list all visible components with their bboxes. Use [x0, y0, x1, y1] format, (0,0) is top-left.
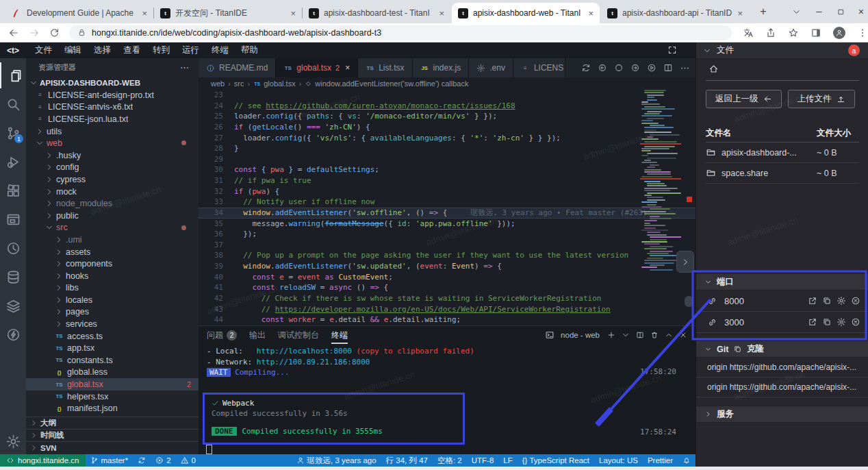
editor-tab[interactable]: TSglobal.tsx2× — [276, 58, 358, 77]
panel-tab[interactable]: 调试控制台 — [278, 326, 319, 344]
extensions-activity-item[interactable] — [0, 177, 26, 203]
tree-item[interactable]: src — [26, 222, 199, 234]
status-item[interactable]: Layout: US — [594, 456, 643, 465]
breadcrumb-item[interactable]: web — [211, 79, 225, 88]
status-item[interactable]: LF — [498, 456, 517, 465]
git-clone-label[interactable]: 克隆 — [747, 343, 764, 355]
nav-back-icon[interactable] — [598, 63, 607, 73]
tree-item[interactable]: services — [26, 318, 199, 330]
tree-item[interactable]: TSaccess.ts — [26, 330, 199, 343]
back-icon[interactable] — [8, 27, 19, 38]
more-actions-icon[interactable]: ⋯ — [180, 62, 189, 73]
external-link-icon[interactable] — [808, 296, 817, 306]
status-item[interactable]: 琚致远, 3 years ago — [292, 456, 381, 466]
run-circle-icon[interactable] — [647, 63, 656, 73]
copy-icon[interactable] — [822, 317, 832, 327]
tree-item[interactable]: config — [26, 162, 199, 174]
sidebar-section-1[interactable]: 大纲 — [26, 417, 199, 429]
nav-circle-icon[interactable] — [614, 63, 624, 73]
add-icon[interactable] — [607, 331, 615, 339]
browser-tab[interactable]: tapisix-dashboard-web - TitanI× — [452, 3, 600, 23]
nav-forward-icon[interactable] — [630, 63, 640, 73]
translate-icon[interactable] — [743, 27, 754, 38]
breadcrumb-item[interactable]: window.addEventListener('sw.offline') ca… — [305, 79, 468, 88]
history-activity-item[interactable] — [0, 235, 26, 261]
status-item[interactable]: 2 — [151, 456, 175, 465]
browser-tab[interactable]: Development Guide | Apache× — [5, 3, 153, 23]
tree-item[interactable]: TShelpers.tsx — [26, 391, 199, 403]
panel-tab[interactable]: 终端 — [331, 326, 348, 344]
avatar[interactable] — [833, 27, 845, 39]
refresh-icon[interactable] — [49, 27, 60, 38]
tree-item[interactable]: web — [26, 137, 199, 149]
tree-item[interactable]: public — [26, 210, 199, 222]
share-icon[interactable] — [765, 27, 776, 38]
status-item[interactable]: UTF-8 — [467, 456, 499, 465]
menu-item[interactable]: 运行 — [176, 45, 205, 56]
tree-item[interactable]: libs — [26, 282, 199, 295]
sync-icon[interactable] — [581, 63, 591, 73]
tree-item[interactable]: node_modules — [26, 197, 199, 210]
status-item[interactable] — [678, 456, 695, 465]
status-item[interactable]: 行 34, 列 47 — [381, 456, 433, 466]
remote-indicator[interactable]: hongxi.titanide.cn — [0, 454, 86, 467]
browser-tab[interactable]: tapisix-dashboard-api - TitanID× — [601, 3, 749, 23]
browser-tab[interactable]: tapisix-dashboard-test - TitanI× — [303, 3, 450, 23]
tree-item[interactable]: .husky — [26, 149, 199, 162]
close-icon[interactable] — [679, 331, 687, 339]
editor-tab[interactable]: README.md — [199, 58, 276, 77]
scrollbar-slider[interactable] — [685, 296, 693, 307]
chevron-up-icon[interactable] — [665, 331, 673, 339]
close-circle-icon[interactable] — [851, 317, 860, 327]
layers-activity-item[interactable] — [0, 293, 26, 319]
panel-tab[interactable]: 输出 — [249, 326, 266, 344]
tree-item[interactable]: mock — [26, 186, 199, 198]
minimap[interactable] — [640, 90, 681, 316]
browser-tab[interactable]: t开发空间 - TitanIDE× — [154, 3, 302, 23]
tree-item[interactable]: {}manifest.json — [26, 402, 199, 415]
ports-section-header[interactable]: 端口 — [696, 273, 868, 290]
window-close-icon[interactable]: × — [858, 6, 864, 17]
tree-item[interactable]: utils — [26, 125, 199, 138]
copy-icon[interactable] — [822, 296, 832, 306]
chevron-down-icon[interactable] — [622, 331, 630, 339]
breadcrumb-item[interactable]: TSglobal.tsx — [253, 79, 295, 88]
terminal-icon[interactable] — [545, 330, 554, 340]
tree-item[interactable]: components — [26, 258, 199, 270]
file-table-row[interactable]: apisix-dashboard-...~ 0 B — [706, 143, 859, 163]
go-up-button[interactable]: 返回上一级 — [706, 90, 782, 108]
close-icon[interactable]: × — [290, 9, 296, 18]
editor-scrollbar[interactable] — [683, 90, 695, 325]
split-editor-icon[interactable] — [663, 63, 673, 73]
home-icon[interactable] — [709, 64, 719, 74]
menu-item[interactable]: 帮助 — [235, 45, 264, 56]
tree-item[interactable]: TSglobal.tsx2 — [26, 378, 199, 391]
more-icon[interactable] — [680, 63, 690, 73]
tree-item[interactable]: TSconstants.ts — [26, 354, 199, 367]
editor-tab[interactable]: TSList.tsx — [358, 58, 412, 77]
menu-item[interactable]: 转到 — [146, 45, 176, 56]
gear-icon[interactable] — [837, 317, 846, 327]
port-row[interactable]: 3000 — [696, 312, 868, 333]
tree-item[interactable]: hooks — [26, 270, 199, 282]
git-section-header[interactable]: Git 克隆 — [696, 341, 868, 358]
right-panel-header[interactable]: 文件 a — [695, 42, 868, 58]
run-debug-activity-item[interactable] — [0, 149, 26, 175]
menu-dots-icon[interactable] — [857, 27, 868, 38]
status-item[interactable]: {} TypeScript React — [518, 456, 594, 465]
services-section-header[interactable]: 服务 — [696, 406, 868, 423]
sidebar-section-3[interactable]: SVN — [26, 441, 199, 454]
git-remote-row[interactable]: origin https://github.com/apache/apisix-… — [696, 358, 868, 378]
source-control-activity-item[interactable]: 1 — [0, 120, 26, 146]
tree-item[interactable]: assets — [26, 246, 199, 258]
close-icon[interactable]: × — [345, 63, 350, 73]
editor-tab[interactable]: .env — [469, 58, 513, 77]
menu-item[interactable]: 文件 — [29, 45, 58, 56]
sidebar-section-2[interactable]: 时间线 — [26, 429, 199, 441]
trash-icon[interactable] — [650, 331, 659, 339]
star-icon[interactable] — [788, 27, 799, 38]
files-activity-item[interactable] — [0, 62, 27, 88]
chevron-down-icon[interactable] — [792, 8, 801, 16]
tree-item[interactable]: ≡LICENSE-json.lua.txt — [26, 113, 199, 125]
url-bar[interactable]: hongxi.titanide.cn/ide/web/coding/apisix… — [69, 25, 732, 40]
